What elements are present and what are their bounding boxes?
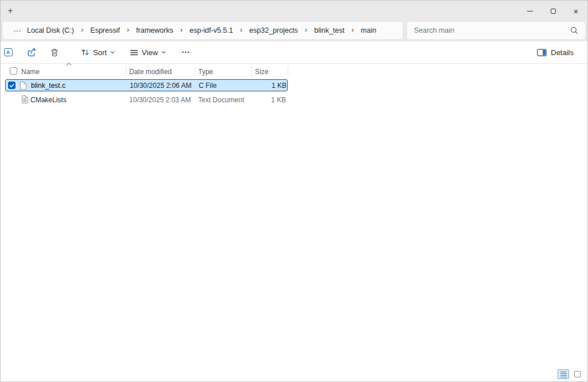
column-header-size[interactable]: Size	[255, 68, 268, 76]
sort-button[interactable]: Sort	[78, 44, 118, 61]
text-document-icon	[20, 95, 29, 104]
file-size: 1 KB	[243, 82, 287, 90]
large-icons-view-icon	[574, 371, 581, 377]
new-tab-button[interactable]: +	[3, 4, 18, 18]
checkmark-icon	[9, 83, 14, 88]
large-icons-view-toggle[interactable]	[571, 369, 583, 379]
more-options-button[interactable]: …	[179, 44, 194, 61]
column-divider[interactable]	[195, 67, 195, 76]
breadcrumb-item-main[interactable]: main	[357, 24, 380, 37]
share-button[interactable]	[25, 44, 38, 61]
chevron-down-icon	[161, 51, 166, 54]
breadcrumb-item-espressif[interactable]: Espressif	[87, 24, 123, 37]
command-toolbar: A Sort	[1, 41, 587, 64]
file-list-area: Name Date modified Type Size blink_test.…	[1, 64, 587, 360]
breadcrumb-item-local-disk[interactable]: Local Disk (C:)	[24, 24, 78, 37]
close-button[interactable]: ×	[564, 1, 587, 21]
chevron-right-icon: ›	[351, 25, 354, 34]
column-header-row: Name Date modified Type Size	[1, 64, 588, 79]
file-row-blink-test[interactable]: blink_test.c 10/30/2025 2:06 AM C File 1…	[5, 79, 288, 91]
sort-icon	[81, 48, 90, 56]
status-bar-view-toggles	[558, 369, 583, 379]
trash-icon	[50, 48, 59, 57]
column-header-date-modified[interactable]: Date modified	[129, 68, 172, 76]
search-icon	[570, 26, 578, 34]
search-box[interactable]	[407, 22, 585, 39]
navigation-bar: … Local Disk (C:) › Espressif › framewor…	[1, 21, 587, 41]
file-type: C File	[199, 82, 216, 90]
window-controls: ×	[519, 1, 587, 21]
details-view-icon	[560, 372, 567, 377]
column-divider[interactable]	[252, 67, 252, 76]
column-header-type[interactable]: Type	[198, 68, 213, 76]
breadcrumb-item-esp-idf[interactable]: esp-idf-v5.5.1	[186, 24, 237, 37]
search-input[interactable]	[414, 26, 570, 34]
view-button[interactable]: View	[126, 44, 169, 61]
file-name: CMakeLists	[30, 96, 67, 104]
details-view-toggle[interactable]	[558, 369, 569, 379]
details-pane-icon	[537, 49, 547, 56]
maximize-button[interactable]	[541, 1, 564, 21]
details-pane-button[interactable]: Details	[532, 44, 578, 61]
column-divider[interactable]	[288, 67, 288, 76]
title-bar: + ×	[1, 1, 587, 21]
minimize-icon	[527, 11, 533, 11]
share-icon	[26, 48, 37, 57]
details-button-label: Details	[551, 48, 574, 57]
rename-button[interactable]: A	[2, 44, 14, 61]
file-size: 1 KB	[243, 96, 286, 104]
delete-button[interactable]	[48, 44, 61, 61]
file-row-cmakelists[interactable]: CMakeLists 10/30/2025 2:03 AM Text Docum…	[5, 94, 288, 106]
row-checkbox-checked[interactable]	[8, 82, 16, 89]
chevron-right-icon: ›	[81, 25, 83, 34]
column-header-name[interactable]: Name	[21, 68, 40, 76]
sort-button-label: Sort	[93, 48, 107, 57]
breadcrumb-item-frameworks[interactable]: frameworks	[133, 24, 177, 37]
file-name: blink_test.c	[31, 82, 65, 90]
view-button-label: View	[142, 48, 158, 57]
select-all-checkbox[interactable]	[10, 67, 17, 75]
file-date-modified: 10/30/2025 2:03 AM	[129, 96, 191, 104]
breadcrumb: … Local Disk (C:) › Espressif › framewor…	[3, 22, 403, 39]
file-date-modified: 10/30/2025 2:06 AM	[130, 82, 191, 90]
close-icon: ×	[574, 7, 579, 16]
column-divider[interactable]	[126, 67, 126, 76]
view-icon	[130, 49, 138, 56]
rename-icon: A	[4, 48, 13, 56]
chevron-right-icon: ›	[240, 25, 242, 34]
chevron-right-icon: ›	[127, 25, 129, 34]
maximize-icon	[551, 9, 556, 14]
chevron-right-icon: ›	[180, 25, 183, 34]
c-file-icon	[18, 81, 28, 90]
file-explorer-window: + × … Local Disk (C:) › Espressif › fram…	[0, 0, 588, 382]
minimize-button[interactable]	[519, 1, 541, 21]
chevron-down-icon	[110, 51, 115, 54]
breadcrumb-item-blink-test[interactable]: blink_test	[311, 24, 348, 37]
breadcrumb-item-esp32-projects[interactable]: esp32_projects	[246, 24, 301, 37]
sort-ascending-icon	[66, 63, 72, 66]
chevron-right-icon: ›	[305, 25, 307, 34]
file-type: Text Document	[198, 96, 244, 104]
